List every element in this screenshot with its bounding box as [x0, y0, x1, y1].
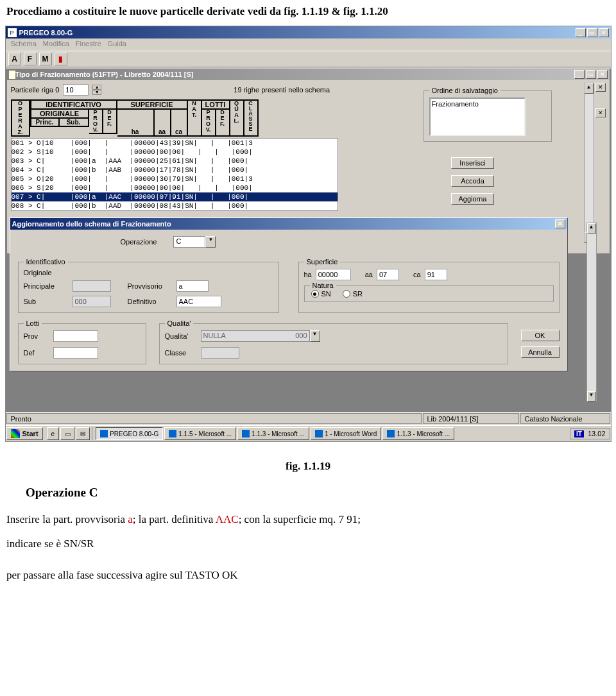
outer-scrollbar[interactable]: ▲▼	[586, 223, 597, 402]
qualita-label: Qualita'	[165, 332, 197, 340]
table-row[interactable]: 003 > C| |000|a |AAA |00000|25|61|SN| | …	[12, 157, 338, 166]
ordine-listbox[interactable]: Frazionamento	[429, 98, 526, 136]
identificativo-legend: Identificativo	[24, 258, 68, 266]
taskbar-task[interactable]: 1.1.3 - Microsoft ...	[382, 427, 454, 440]
ha-input[interactable]	[316, 269, 351, 280]
doc-minimize-button[interactable]: _	[574, 70, 585, 79]
doc-scrollbar[interactable]: ▲▼	[584, 83, 594, 243]
header-lotti: LOTTI	[202, 99, 230, 110]
taskbar-task[interactable]: 1.1.3 - Microsoft ...	[237, 427, 309, 440]
taskbar-task[interactable]: 1 - Microsoft Word	[311, 427, 382, 440]
app-task-icon	[387, 430, 395, 437]
natura-legend: Natura	[310, 282, 336, 289]
dialog-close-button[interactable]: ✕	[555, 219, 565, 228]
taskbar: Start e ▭ ✉ PREGEO 8.00-G1.1.5 - Microso…	[6, 425, 611, 441]
ok-button[interactable]: OK	[521, 330, 560, 341]
sub-label: Sub	[24, 298, 69, 305]
sr-radio[interactable]	[343, 290, 350, 298]
lotti-prov-input[interactable]	[53, 330, 98, 342]
menu-guida[interactable]: Guida	[108, 40, 126, 49]
menu-finestre[interactable]: Finestre	[76, 40, 101, 49]
ordine-legend: Ordine di salvataggio	[429, 87, 501, 94]
table-row[interactable]: 006 > S|20 |000| | |00000|00|00| | | |00…	[12, 183, 338, 192]
doc-title: Tipo di Frazionamento (51FTP) - Libretto…	[15, 71, 574, 78]
provvisorio-input[interactable]	[176, 280, 209, 292]
toolbar-m-button[interactable]: M	[39, 53, 52, 65]
clock: 13.02	[588, 430, 606, 437]
header-prov2: PROV.	[202, 110, 216, 137]
classe-label: Classe	[165, 349, 197, 357]
doc-icon: ▦	[9, 71, 15, 79]
body-line-1: Inserire la part. provvisoria a; la part…	[6, 511, 610, 528]
quick-outlook-icon[interactable]: ✉	[76, 427, 90, 440]
operazione-combobox[interactable]: C ▼	[173, 236, 216, 248]
app-task-icon	[242, 430, 250, 437]
principale-label: Principale	[24, 282, 69, 290]
taskbar-task[interactable]: 1.1.5 - Microsoft ...	[164, 427, 236, 440]
app-titlebar: P PREGEO 8.00-G _ ▭ ✕	[6, 26, 611, 38]
toolbar-a-button[interactable]: A	[8, 53, 21, 65]
aggiorna-button[interactable]: Aggiorna	[451, 193, 493, 205]
body-line-3: per passare alla fase successiva agire s…	[6, 567, 610, 584]
ca-input[interactable]	[425, 269, 447, 280]
table-row[interactable]: 007 > C| |000|a |AAC |00000|07|91|SN| | …	[12, 192, 338, 201]
qualita-legend: Qualita'	[165, 319, 194, 327]
chevron-down-icon[interactable]: ▼	[310, 330, 320, 342]
header-nat: NAT.	[188, 99, 202, 137]
panel2-close-icon[interactable]: ✕	[595, 108, 606, 117]
start-button[interactable]: Start	[6, 427, 43, 440]
menu-schema[interactable]: Schema	[11, 40, 37, 49]
doc-titlebar: ▦ Tipo di Frazionamento (51FTP) - Libret…	[7, 69, 610, 80]
quick-ie-icon[interactable]: e	[47, 427, 60, 440]
doc-close-button[interactable]: ✕	[597, 70, 608, 79]
header-prov1: PROV.	[89, 110, 103, 134]
dialog-titlebar: Aggiornamento dello schema di Frazioname…	[10, 218, 567, 230]
status-lib: Lib 2004/111 [S]	[423, 413, 519, 424]
panel1-close-icon[interactable]: ✕	[595, 83, 606, 92]
lotti-def-label: Def	[24, 349, 49, 357]
app-title: PREGEO 8.00-G	[19, 29, 576, 37]
ca-label: ca	[413, 271, 421, 278]
definitivo-input[interactable]	[176, 296, 221, 307]
lotti-def-input[interactable]	[53, 347, 98, 359]
app-task-icon	[315, 430, 323, 437]
aa-input[interactable]	[377, 269, 399, 280]
taskbar-task[interactable]: PREGEO 8.00-G	[96, 427, 163, 440]
sn-radio[interactable]	[311, 290, 319, 298]
toolbar-f-button[interactable]: F	[24, 53, 37, 65]
header-def2: DEF.	[216, 110, 230, 137]
update-dialog: Aggiornamento dello schema di Frazioname…	[10, 217, 568, 371]
app-task-icon	[169, 430, 176, 437]
language-indicator[interactable]: IT	[574, 430, 584, 437]
particelle-input[interactable]	[63, 84, 89, 96]
lotti-prov-label: Prov	[24, 332, 49, 340]
app-screenshot: P PREGEO 8.00-G _ ▭ ✕ Schema Modifica Fi…	[5, 26, 612, 442]
qualita-combobox[interactable]: NULLA000 ▼	[201, 330, 320, 342]
superficie-legend: Superficie	[304, 258, 341, 266]
table-row[interactable]: 008 > C| |000|b |AAD |00000|08|43|SN| | …	[12, 201, 338, 210]
particelle-spinner[interactable]: ▲▼	[92, 85, 101, 95]
table-row[interactable]: 002 > S|10 |000| | |00000|00|00| | | |00…	[12, 148, 338, 157]
menu-modifica[interactable]: Modifica	[43, 40, 69, 49]
toolbar: A F M ▮	[6, 51, 611, 67]
minimize-button[interactable]: _	[576, 28, 586, 37]
chevron-down-icon[interactable]: ▼	[205, 236, 216, 248]
table-row[interactable]: 001 > O|10 |000| | |00000|43|39|SN| | |0…	[12, 139, 338, 148]
table-row[interactable]: 005 > O|20 |000| | |00000|30|79|SN| | |0…	[12, 174, 338, 183]
header-operaz: OPERAZ.	[11, 99, 30, 137]
operazione-label: Operazione	[121, 238, 157, 246]
restore-button[interactable]: ▭	[587, 28, 597, 37]
header-identificativo: IDENTIFICATIVO	[30, 99, 117, 110]
inserisci-button[interactable]: Inserisci	[451, 157, 493, 169]
status-catasto: Catasto Nazionale	[520, 413, 610, 424]
originale-label: Originale	[24, 269, 69, 276]
system-tray: IT 13.02	[570, 428, 610, 439]
quick-desktop-icon[interactable]: ▭	[60, 427, 74, 440]
close-button[interactable]: ✕	[599, 28, 609, 37]
accoda-button[interactable]: Accoda	[451, 175, 493, 187]
doc-restore-button[interactable]: ▭	[586, 70, 596, 79]
toolbar-flag-button[interactable]: ▮	[55, 53, 67, 65]
table-row[interactable]: 004 > C| |000|b |AAB |00000|17|78|SN| | …	[12, 166, 338, 174]
app-icon: P	[8, 28, 17, 37]
annulla-button[interactable]: Annulla	[521, 346, 560, 358]
